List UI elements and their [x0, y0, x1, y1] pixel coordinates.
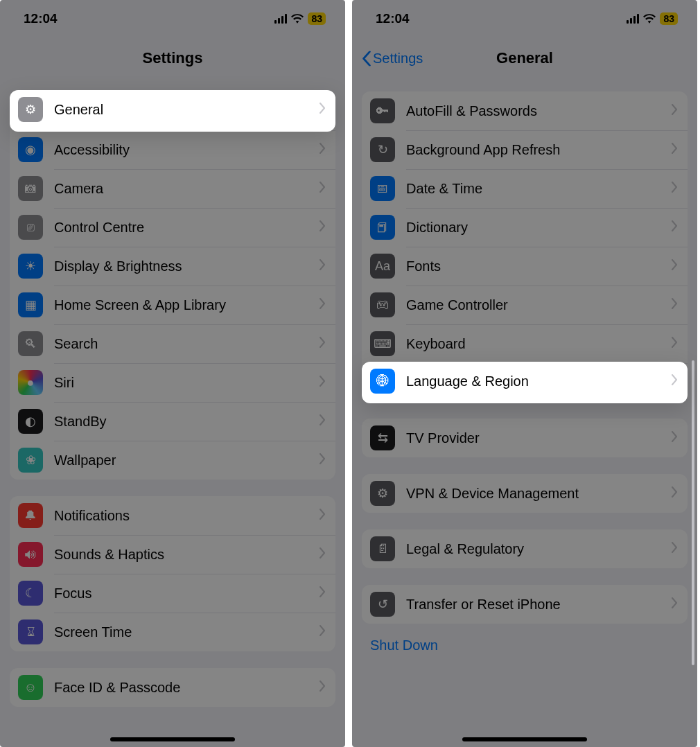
battery-indicator: 83	[660, 12, 678, 25]
row-label: Background App Refresh	[406, 142, 671, 158]
row-label: Face ID & Passcode	[54, 680, 319, 696]
search-icon: 🔍︎	[18, 331, 43, 356]
highlighted-row: ⚙︎General	[10, 90, 335, 132]
row-label: Dictionary	[406, 220, 671, 236]
status-time: 12:04	[376, 11, 410, 26]
home-indicator[interactable]	[110, 737, 235, 741]
chevron-right-icon	[319, 182, 326, 195]
chevron-right-icon	[319, 259, 326, 273]
row-label: Display & Brightness	[54, 258, 319, 274]
row-camera[interactable]: 📷︎Camera	[10, 169, 335, 208]
row-fonts[interactable]: AaFonts	[362, 247, 688, 285]
list-group: ⚙︎VPN & Device Management	[362, 474, 688, 513]
row-transfer-reset[interactable]: ↺Transfer or Reset iPhone	[362, 585, 688, 624]
row-label: VPN & Device Management	[406, 486, 671, 502]
row-vpn-device-mgmt[interactable]: ⚙︎VPN & Device Management	[362, 474, 688, 513]
row-accessibility[interactable]: ◉Accessibility	[10, 130, 335, 169]
nav-bar: Settings General	[352, 37, 697, 79]
general-list[interactable]: 🔑︎AutoFill & Passwords↻Background App Re…	[352, 91, 697, 624]
chevron-right-icon	[671, 486, 678, 500]
cert-icon: 📄︎	[370, 536, 395, 561]
row-home-screen-library[interactable]: ▦Home Screen & App Library	[10, 285, 335, 324]
row-keyboard[interactable]: ⌨︎Keyboard	[362, 324, 688, 363]
row-label: Language & Region	[406, 374, 671, 389]
row-legal-regulatory[interactable]: 📄︎Legal & Regulatory	[362, 529, 688, 568]
chevron-right-icon	[319, 103, 326, 116]
wifi-icon	[291, 14, 304, 24]
row-label: Accessibility	[54, 142, 319, 158]
chevron-right-icon	[671, 597, 678, 611]
row-sounds-haptics[interactable]: 🔊︎Sounds & Haptics	[10, 535, 335, 574]
row-date-time[interactable]: 📅︎Date & Time	[362, 169, 688, 208]
row-focus[interactable]: ☾Focus	[10, 574, 335, 613]
chevron-right-icon	[671, 104, 678, 118]
row-search[interactable]: 🔍︎Search	[10, 324, 335, 363]
siri-icon: ●	[18, 370, 43, 395]
row-screen-time[interactable]: ⌛︎Screen Time	[10, 613, 335, 651]
list-group: ☺︎Face ID & Passcode	[10, 668, 335, 707]
row-label: General	[54, 102, 319, 118]
row-label: StandBy	[54, 414, 319, 430]
row-language-region[interactable]: 🌐︎Language & Region	[362, 362, 688, 401]
row-wallpaper[interactable]: ❀Wallpaper	[10, 441, 335, 480]
row-label: Notifications	[54, 508, 319, 524]
row-dictionary[interactable]: 📕︎Dictionary	[362, 208, 688, 247]
battery-indicator: 83	[308, 12, 326, 25]
row-label: Wallpaper	[54, 452, 319, 468]
chevron-right-icon	[671, 220, 678, 234]
row-label: Fonts	[406, 258, 671, 274]
accessibility-icon: ◉	[18, 137, 43, 162]
page-title: General	[496, 49, 553, 67]
row-general[interactable]: ⚙︎General	[10, 90, 335, 129]
row-label: Home Screen & App Library	[54, 297, 319, 313]
list-group: ⚙︎General◉Accessibility📷︎Camera⎚Control …	[10, 91, 335, 480]
highlighted-row: 🌐︎Language & Region	[362, 362, 688, 403]
chevron-right-icon	[319, 586, 326, 600]
row-game-controller[interactable]: 🎮︎Game Controller	[362, 285, 688, 324]
row-display-brightness[interactable]: ☀︎Display & Brightness	[10, 247, 335, 285]
chevron-right-icon	[319, 453, 326, 467]
list-group: 📄︎Legal & Regulatory	[362, 529, 688, 568]
bell-icon: 🔔︎	[18, 503, 43, 528]
cellular-icon	[274, 14, 287, 24]
row-label: Game Controller	[406, 297, 671, 313]
row-siri[interactable]: ●Siri	[10, 363, 335, 402]
row-notifications[interactable]: 🔔︎Notifications	[10, 496, 335, 535]
row-label: Control Centre	[54, 220, 319, 236]
list-group: 🔔︎Notifications🔊︎Sounds & Haptics☾Focus⌛…	[10, 496, 335, 651]
faceid-icon: ☺︎	[18, 675, 43, 700]
chevron-right-icon	[319, 220, 326, 234]
chevron-right-icon	[671, 374, 678, 388]
chevron-right-icon	[671, 298, 678, 312]
gear-icon: ⚙︎	[18, 97, 43, 122]
chevron-right-icon	[319, 625, 326, 639]
row-background-app-refresh[interactable]: ↻Background App Refresh	[362, 130, 688, 169]
scrollbar[interactable]	[692, 360, 694, 665]
clock-icon: ◐	[18, 409, 43, 434]
home-indicator[interactable]	[462, 737, 587, 741]
chevron-right-icon	[319, 509, 326, 522]
chevron-right-icon	[319, 376, 326, 389]
chevron-right-icon	[319, 414, 326, 428]
status-time: 12:04	[24, 11, 58, 26]
settings-screen: 12:04 83 Settings ⚙︎General◉Accessibilit…	[0, 0, 345, 747]
chevron-right-icon	[671, 431, 678, 445]
row-faceid-passcode[interactable]: ☺︎Face ID & Passcode	[10, 668, 335, 707]
sun-icon: ☀︎	[18, 254, 43, 279]
chevron-right-icon	[319, 298, 326, 312]
vpn-icon: ⚙︎	[370, 481, 395, 506]
row-autofill-passwords[interactable]: 🔑︎AutoFill & Passwords	[362, 91, 688, 130]
list-group: ↺Transfer or Reset iPhone	[362, 585, 688, 624]
row-label: Camera	[54, 181, 319, 197]
chevron-right-icon	[671, 337, 678, 351]
shut-down-link[interactable]: Shut Down	[352, 624, 697, 667]
row-standby[interactable]: ◐StandBy	[10, 402, 335, 441]
key-icon: 🔑︎	[370, 98, 395, 123]
row-label: Date & Time	[406, 181, 671, 197]
font-icon: Aa	[370, 254, 395, 279]
settings-list[interactable]: ⚙︎General◉Accessibility📷︎Camera⎚Control …	[0, 91, 345, 707]
row-control-centre[interactable]: ⎚Control Centre	[10, 208, 335, 247]
row-tv-provider[interactable]: ⇆TV Provider	[362, 419, 688, 457]
back-button[interactable]: Settings	[362, 51, 423, 67]
controller-icon: 🎮︎	[370, 292, 395, 317]
